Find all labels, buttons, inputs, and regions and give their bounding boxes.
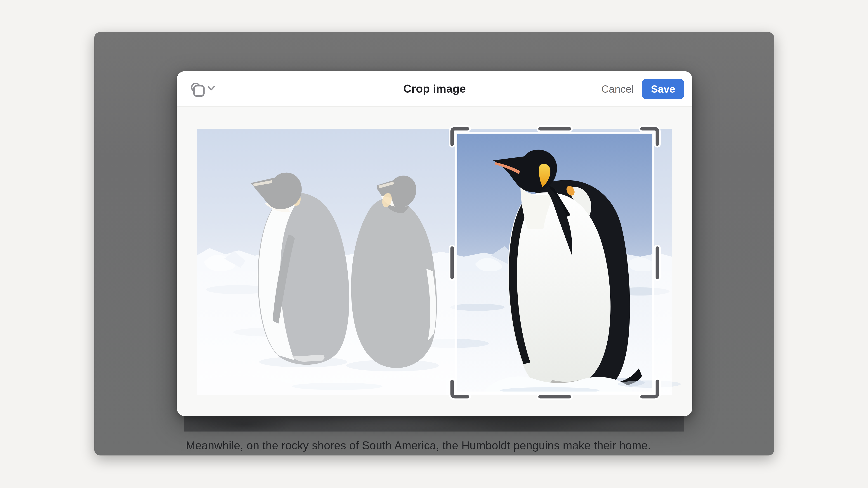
crop-selection[interactable] <box>197 129 672 395</box>
aspect-ratio-icon <box>188 81 217 97</box>
document-photo-edge <box>184 416 684 431</box>
crop-selection-border[interactable] <box>456 133 653 393</box>
document-caption: Meanwhile, on the rocky shores of South … <box>186 439 651 452</box>
save-button[interactable]: Save <box>642 79 684 99</box>
aspect-ratio-button[interactable] <box>188 81 217 97</box>
cancel-button[interactable]: Cancel <box>601 83 633 95</box>
crop-image-modal: Crop image Cancel Save <box>177 71 692 416</box>
crop-canvas <box>197 129 672 395</box>
chevron-down-icon <box>209 87 214 90</box>
